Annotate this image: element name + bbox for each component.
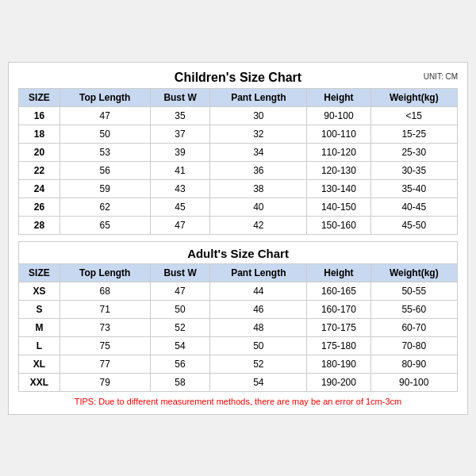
table-cell: 35-40 [370, 179, 457, 198]
adult-table-body: XS684744160-16550-55S715046160-17055-60M… [19, 282, 458, 391]
table-cell: 16 [19, 106, 60, 125]
table-cell: 160-165 [307, 282, 370, 300]
table-cell: 150-160 [307, 216, 370, 234]
table-cell: 50-55 [370, 282, 457, 300]
table-cell: 71 [60, 300, 150, 318]
children-title-row: Children's Size Chart UNIT: CM [18, 71, 458, 85]
table-cell: 75 [60, 336, 150, 355]
table-cell: 68 [60, 282, 150, 300]
table-cell: 120-130 [307, 161, 370, 179]
table-cell: 62 [60, 198, 150, 216]
table-cell: 46 [210, 300, 307, 318]
table-cell: 44 [210, 282, 307, 300]
table-cell: 40-45 [370, 198, 457, 216]
table-cell: 45-50 [370, 216, 457, 234]
table-cell: M [19, 318, 60, 336]
adult-header-row: SIZETop LengthBust WPant LengthHeightWei… [19, 263, 458, 282]
unit-label: UNIT: CM [424, 72, 458, 81]
table-cell: XXL [19, 373, 60, 391]
table-row: S715046160-17055-60 [19, 300, 458, 318]
adult-header-cell: Bust W [150, 263, 210, 282]
table-row: L755450175-18070-80 [19, 336, 458, 355]
children-table: SIZETop LengthBust WPant LengthHeightWei… [18, 88, 458, 235]
children-table-body: 1647353090-100<1518503732100-11015-25205… [19, 106, 458, 234]
table-cell: 22 [19, 161, 60, 179]
table-cell: 43 [150, 179, 210, 198]
adult-title-row: Adult's Size Chart [19, 241, 458, 263]
table-cell: 180-190 [307, 355, 370, 373]
table-cell: 26 [19, 198, 60, 216]
table-cell: 32 [210, 125, 307, 143]
table-cell: 30 [210, 106, 307, 125]
table-cell: 39 [150, 143, 210, 161]
table-cell: 80-90 [370, 355, 457, 373]
table-cell: XL [19, 355, 60, 373]
table-cell: 48 [210, 318, 307, 336]
table-cell: 37 [150, 125, 210, 143]
table-cell: 90-100 [307, 106, 370, 125]
table-cell: 50 [210, 336, 307, 355]
table-cell: 30-35 [370, 161, 457, 179]
table-cell: L [19, 336, 60, 355]
table-row: XXL795854190-20090-100 [19, 373, 458, 391]
table-cell: 65 [60, 216, 150, 234]
table-cell: 18 [19, 125, 60, 143]
table-cell: 28 [19, 216, 60, 234]
table-cell: 70-80 [370, 336, 457, 355]
table-cell: 47 [60, 106, 150, 125]
table-row: 22564136120-13030-35 [19, 161, 458, 179]
children-header-cell: Height [307, 88, 370, 106]
chart-container: Children's Size Chart UNIT: CM SIZETop L… [8, 62, 468, 415]
table-cell: 54 [150, 336, 210, 355]
table-cell: 50 [60, 125, 150, 143]
table-cell: 53 [60, 143, 150, 161]
table-cell: 25-30 [370, 143, 457, 161]
table-cell: 90-100 [370, 373, 457, 391]
table-cell: 42 [210, 216, 307, 234]
table-cell: 130-140 [307, 179, 370, 198]
table-cell: 140-150 [307, 198, 370, 216]
table-row: 20533934110-12025-30 [19, 143, 458, 161]
tips-row: TIPS: Due to different measurement metho… [18, 397, 458, 406]
children-header-cell: Pant Length [210, 88, 307, 106]
children-header-cell: SIZE [19, 88, 60, 106]
table-cell: 160-170 [307, 300, 370, 318]
table-cell: 40 [210, 198, 307, 216]
children-header-cell: Top Length [60, 88, 150, 106]
adult-header-cell: SIZE [19, 263, 60, 282]
children-chart-title: Children's Size Chart [175, 71, 301, 85]
table-cell: 52 [150, 318, 210, 336]
table-cell: 56 [150, 355, 210, 373]
table-cell: 110-120 [307, 143, 370, 161]
table-cell: 100-110 [307, 125, 370, 143]
table-cell: 60-70 [370, 318, 457, 336]
table-cell: 35 [150, 106, 210, 125]
table-cell: 47 [150, 282, 210, 300]
table-cell: 77 [60, 355, 150, 373]
table-cell: 45 [150, 198, 210, 216]
table-cell: S [19, 300, 60, 318]
table-row: 24594338130-14035-40 [19, 179, 458, 198]
table-cell: 170-175 [307, 318, 370, 336]
adults-table: Adult's Size Chart SIZETop LengthBust WP… [18, 241, 458, 392]
table-cell: 54 [210, 373, 307, 391]
children-table-header: SIZETop LengthBust WPant LengthHeightWei… [19, 88, 458, 106]
table-row: 28654742150-16045-50 [19, 216, 458, 234]
table-cell: 24 [19, 179, 60, 198]
table-cell: 56 [60, 161, 150, 179]
children-header-row: SIZETop LengthBust WPant LengthHeightWei… [19, 88, 458, 106]
table-row: XS684744160-16550-55 [19, 282, 458, 300]
table-cell: 59 [60, 179, 150, 198]
table-row: M735248170-17560-70 [19, 318, 458, 336]
table-cell: 79 [60, 373, 150, 391]
table-row: 18503732100-11015-25 [19, 125, 458, 143]
table-row: 1647353090-100<15 [19, 106, 458, 125]
table-cell: 41 [150, 161, 210, 179]
children-header-cell: Bust W [150, 88, 210, 106]
children-header-cell: Weight(kg) [370, 88, 457, 106]
table-cell: 15-25 [370, 125, 457, 143]
table-cell: 58 [150, 373, 210, 391]
table-row: XL775652180-19080-90 [19, 355, 458, 373]
table-cell: 34 [210, 143, 307, 161]
table-row: 26624540140-15040-45 [19, 198, 458, 216]
